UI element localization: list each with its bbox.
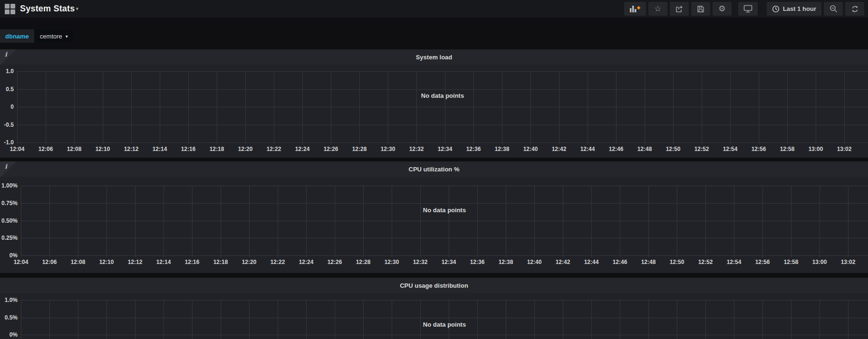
x-tick-label: 12:16 xyxy=(181,146,196,152)
star-button[interactable]: ☆ xyxy=(648,2,667,16)
gridline-vertical xyxy=(673,71,674,144)
x-tick-label: 12:48 xyxy=(637,146,652,152)
gridline-vertical xyxy=(588,71,588,144)
gridline-vertical xyxy=(620,300,620,339)
plot-area: 1.00.50-0.5-1.012:0412:0612:0812:1012:12… xyxy=(17,71,868,144)
panel-title[interactable]: System load xyxy=(0,49,868,65)
gridline-vertical xyxy=(473,71,474,144)
gridline-vertical xyxy=(445,71,445,144)
gridline-vertical xyxy=(106,300,107,339)
x-tick-label: 12:30 xyxy=(381,146,395,152)
gridline-vertical xyxy=(335,300,335,339)
gridline-vertical xyxy=(160,71,160,144)
gridline-vertical xyxy=(249,186,250,257)
x-tick-label: 12:52 xyxy=(698,259,713,265)
x-tick-label: 12:54 xyxy=(723,146,738,152)
gridline-horizontal xyxy=(21,300,868,301)
save-button[interactable] xyxy=(691,2,710,16)
panel-info-corner[interactable]: i xyxy=(0,49,16,66)
variable-value-dropdown[interactable]: cemtore ▾ xyxy=(34,29,74,43)
x-tick-label: 12:42 xyxy=(556,259,570,265)
gridline-vertical xyxy=(591,186,592,257)
panel-system-load: System load i 1.00.50-0.5-1.012:0412:061… xyxy=(0,49,868,158)
gridline-vertical xyxy=(331,71,331,144)
tv-mode-button[interactable] xyxy=(738,2,758,16)
gridline-vertical xyxy=(848,186,849,257)
template-variables-row: dbname cemtore ▾ xyxy=(0,29,74,43)
gridline-vertical xyxy=(245,71,246,144)
gridline-horizontal xyxy=(17,89,868,90)
gridline-vertical xyxy=(217,71,217,144)
gridline-vertical xyxy=(762,186,763,257)
y-tick-label: 0.25% xyxy=(1,235,21,241)
zoom-out-icon xyxy=(829,5,838,13)
x-tick-label: 12:46 xyxy=(609,146,624,152)
gridline-vertical xyxy=(844,71,845,144)
add-panel-icon xyxy=(629,5,641,13)
gridline-horizontal xyxy=(21,221,868,221)
gridline-vertical xyxy=(791,186,791,257)
x-tick-label: 12:50 xyxy=(670,259,685,265)
x-tick-label: 12:20 xyxy=(238,146,253,152)
gridline-vertical xyxy=(534,300,535,339)
add-panel-button[interactable] xyxy=(624,2,646,16)
time-range-button[interactable]: Last 1 hour xyxy=(767,2,821,16)
panel-info-corner[interactable]: i xyxy=(0,161,16,178)
x-tick-label: 12:28 xyxy=(356,259,371,265)
no-data-label: No data points xyxy=(423,321,466,328)
x-tick-label: 12:52 xyxy=(694,146,709,152)
x-tick-label: 12:56 xyxy=(755,259,770,265)
gridline-vertical xyxy=(278,186,278,257)
share-button[interactable] xyxy=(670,2,689,16)
x-tick-label: 12:36 xyxy=(470,259,485,265)
gridline-vertical xyxy=(188,71,189,144)
gridline-vertical xyxy=(306,186,307,257)
gridline-vertical xyxy=(506,186,506,257)
y-tick-label: 1.0 xyxy=(6,68,17,75)
zoom-out-button[interactable] xyxy=(824,2,843,16)
panel-title[interactable]: CPU usage distribution xyxy=(0,278,868,293)
x-tick-label: 12:14 xyxy=(156,259,171,265)
x-tick-label: 12:44 xyxy=(580,146,595,152)
gridline-vertical xyxy=(363,300,364,339)
x-tick-label: 12:12 xyxy=(124,146,139,152)
plot-area: 1.00%0.75%0.50%0.25%0%12:0412:0612:0812:… xyxy=(21,186,868,257)
gridline-vertical xyxy=(103,71,103,144)
gridline-vertical xyxy=(78,300,78,339)
x-tick-label: 12:08 xyxy=(71,259,86,265)
gridline-vertical xyxy=(335,186,335,257)
x-tick-label: 12:48 xyxy=(641,259,656,265)
info-icon: i xyxy=(5,163,7,170)
x-tick-label: 12:08 xyxy=(67,146,82,152)
x-tick-label: 12:56 xyxy=(752,146,766,152)
x-tick-label: 12:26 xyxy=(324,146,338,152)
gridline-vertical xyxy=(363,186,364,257)
x-tick-label: 12:16 xyxy=(185,259,200,265)
panel-title[interactable]: CPU utilization % xyxy=(0,161,868,177)
gridline-horizontal xyxy=(17,71,868,72)
x-tick-label: 12:34 xyxy=(438,146,453,152)
gridline-vertical xyxy=(135,186,135,257)
gridline-vertical xyxy=(734,300,734,339)
gridline-vertical xyxy=(620,186,620,257)
gridline-vertical xyxy=(677,300,677,339)
gridline-vertical xyxy=(49,186,50,257)
gridline-vertical xyxy=(787,71,788,144)
gridline-horizontal xyxy=(17,142,868,143)
x-tick-label: 12:46 xyxy=(613,259,627,265)
gridline-vertical xyxy=(306,300,307,339)
gridline-vertical xyxy=(645,71,645,144)
refresh-button[interactable] xyxy=(845,2,864,16)
gridline-horizontal xyxy=(17,125,868,125)
x-tick-label: 12:22 xyxy=(267,146,281,152)
x-tick-label: 12:40 xyxy=(523,146,538,152)
x-tick-label: 12:28 xyxy=(352,146,367,152)
dashboard-title[interactable]: System Stats ▾ xyxy=(20,4,78,14)
x-tick-label: 13:02 xyxy=(841,259,856,265)
variable-selected-value: cemtore xyxy=(40,33,62,40)
gear-icon: ⚙ xyxy=(718,5,725,13)
y-tick-label: -0.5 xyxy=(4,122,17,128)
gridline-horizontal xyxy=(21,186,868,186)
settings-button[interactable]: ⚙ xyxy=(713,2,732,16)
dashboard-picker-icon[interactable] xyxy=(5,4,15,14)
